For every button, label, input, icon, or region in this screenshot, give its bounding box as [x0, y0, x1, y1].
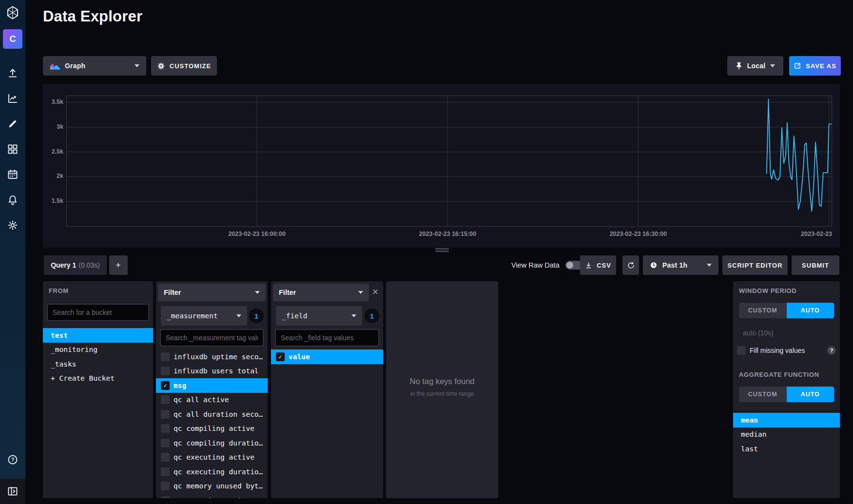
- filter-label: Filter: [279, 289, 296, 296]
- sidebar-item-alerts[interactable]: [0, 187, 25, 213]
- upload-icon: [7, 67, 19, 79]
- field-key-dropdown[interactable]: _field: [276, 306, 362, 326]
- refresh-button[interactable]: [622, 255, 639, 275]
- measurement-item[interactable]: qc_compiling_active: [156, 422, 268, 436]
- time-range-dropdown[interactable]: Past 1h: [643, 255, 718, 275]
- toggle-knob: [566, 262, 573, 269]
- sidebar-item-data-explorer[interactable]: [0, 86, 25, 111]
- checkbox[interactable]: [161, 453, 170, 462]
- measurement-key-dropdown[interactable]: _measurement: [161, 306, 247, 326]
- measurement-item[interactable]: qc_queueing_active: [156, 493, 268, 498]
- aggregate-function-item[interactable]: median: [733, 427, 840, 442]
- chart-svg: [66, 96, 832, 227]
- aggregate-function-item[interactable]: last: [733, 442, 840, 456]
- x-tick-label: 2023-02-23: [801, 231, 832, 237]
- checkbox[interactable]: [161, 439, 170, 447]
- chevron-down-icon: [236, 314, 241, 317]
- bucket-search-input[interactable]: [47, 304, 149, 321]
- measurement-search-input[interactable]: [160, 329, 264, 347]
- csv-button[interactable]: CSV: [580, 255, 616, 275]
- field-search-input[interactable]: [275, 329, 379, 347]
- measurement-item[interactable]: influxdb_uptime_seconds: [156, 349, 268, 364]
- window-auto-hint: auto (10s): [743, 329, 774, 337]
- view-type-dropdown[interactable]: Graph: [43, 56, 146, 76]
- checkbox[interactable]: [161, 496, 170, 498]
- tag-value-label: qc_queueing_active: [174, 497, 268, 498]
- y-tick-label: 2.5k: [43, 148, 63, 155]
- fill-missing-label: Fill missing values: [750, 347, 805, 354]
- filter-label: Filter: [164, 289, 181, 296]
- sidebar-item-notebooks[interactable]: [0, 111, 25, 136]
- bucket-item[interactable]: + Create Bucket: [43, 371, 153, 386]
- pin-icon: [736, 62, 742, 70]
- script-editor-button[interactable]: SCRIPT EDITOR: [722, 255, 788, 275]
- field-item[interactable]: ✓value: [271, 349, 383, 364]
- fill-missing-checkbox[interactable]: [737, 346, 746, 355]
- question-icon[interactable]: ?: [827, 346, 836, 355]
- org-avatar[interactable]: C: [3, 29, 22, 49]
- measurement-item[interactable]: qc_compiling_duration_seconds: [156, 436, 268, 450]
- chevron-down-icon: [707, 264, 712, 267]
- checkbox[interactable]: ✓: [161, 381, 170, 390]
- window-custom-button[interactable]: CUSTOM: [739, 303, 787, 318]
- y-tick-label: 2k: [43, 173, 63, 179]
- window-auto-button[interactable]: AUTO: [787, 303, 834, 318]
- filter-type-dropdown[interactable]: Filter: [158, 284, 266, 301]
- sidebar-item-help[interactable]: ?: [0, 447, 25, 472]
- submit-button[interactable]: SUBMIT: [792, 255, 839, 275]
- refresh-icon: [627, 261, 635, 270]
- x-tick-label: 2023-02-23 16:00:00: [228, 231, 285, 237]
- bucket-item[interactable]: _tasks: [43, 357, 153, 371]
- tag-value-label: qc_executing_duration_seconds: [174, 468, 268, 476]
- measurement-item[interactable]: ✓msg: [156, 378, 268, 393]
- measurement-item[interactable]: qc_memory_unused_bytes: [156, 479, 268, 494]
- add-query-button[interactable]: +: [109, 255, 128, 275]
- checkbox[interactable]: [161, 410, 170, 419]
- sidebar-expand-button[interactable]: [0, 479, 25, 504]
- checkbox[interactable]: [161, 352, 170, 361]
- window-period-panel: WINDOW PERIOD CUSTOM AUTO auto (10s) Fil…: [733, 281, 840, 498]
- tag-value-label: qc_all_active: [174, 396, 268, 404]
- sidebar-item-settings[interactable]: [0, 213, 25, 238]
- checkbox[interactable]: ✓: [276, 352, 285, 361]
- sidebar-item-load-data[interactable]: [0, 60, 25, 86]
- customize-label: CUSTOMIZE: [170, 62, 211, 70]
- bucket-item[interactable]: test: [43, 328, 153, 343]
- query-tab[interactable]: Query 1 (0.03s): [44, 255, 107, 275]
- influxdb-logo-icon[interactable]: [0, 0, 25, 25]
- measurement-item[interactable]: influxdb_users_total: [156, 364, 268, 379]
- local-dropdown[interactable]: Local: [727, 56, 783, 76]
- save-as-button[interactable]: SAVE AS: [789, 56, 841, 76]
- measurement-item[interactable]: qc_all_duration_seconds: [156, 407, 268, 422]
- measurement-filter-panel: Filter _measurement 1 influxdb_uptime_se…: [156, 281, 268, 498]
- sidebar-item-tasks[interactable]: [0, 162, 25, 187]
- y-tick-label: 3k: [43, 123, 63, 130]
- field-filter-panel: Filter × _field 1 ✓value: [271, 281, 383, 498]
- sidebar-item-dashboards[interactable]: [0, 136, 25, 162]
- close-icon[interactable]: ×: [370, 287, 381, 298]
- chart-plot[interactable]: [66, 96, 832, 227]
- cube-icon: [5, 5, 20, 20]
- checkbox[interactable]: [161, 395, 170, 404]
- checkbox[interactable]: [161, 482, 170, 490]
- measurement-item[interactable]: qc_executing_active: [156, 450, 268, 465]
- window-period-title: WINDOW PERIOD: [739, 287, 796, 294]
- measurement-item[interactable]: qc_executing_duration_seconds: [156, 465, 268, 479]
- tag-value-label: influxdb_uptime_seconds: [174, 353, 268, 361]
- aggregate-function-item[interactable]: mean: [733, 413, 840, 427]
- resize-handle[interactable]: [435, 248, 449, 252]
- aggregate-auto-button[interactable]: AUTO: [787, 387, 834, 402]
- bucket-item[interactable]: _monitoring: [43, 343, 153, 357]
- measurement-item[interactable]: qc_all_active: [156, 393, 268, 407]
- y-tick-label: 1.5k: [43, 197, 63, 204]
- aggregate-custom-button[interactable]: CUSTOM: [739, 387, 787, 402]
- tag-value-label: value: [289, 353, 383, 361]
- customize-button[interactable]: CUSTOMIZE: [151, 56, 217, 76]
- pencil-icon: [7, 118, 19, 130]
- empty-state-subtitle: in the current time range: [386, 390, 498, 397]
- checkbox[interactable]: [161, 424, 170, 433]
- chart-panel: 3.5k3k2.5k2k1.5k 2023-02-23 16:00:002023…: [43, 84, 840, 248]
- checkbox[interactable]: [161, 467, 170, 476]
- checkbox[interactable]: [161, 367, 170, 375]
- filter-type-dropdown[interactable]: Filter: [273, 284, 369, 301]
